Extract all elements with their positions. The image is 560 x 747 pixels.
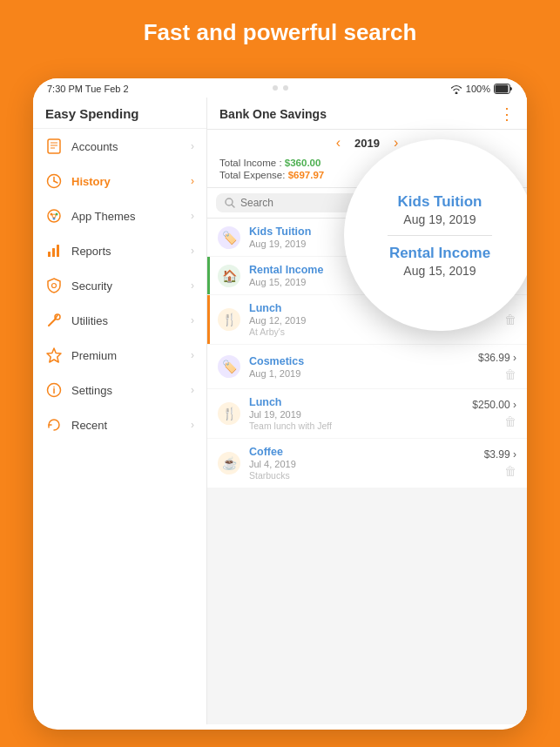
sidebar-item-utilities-label: Utilities bbox=[71, 314, 191, 327]
transaction-item-cosmetics[interactable]: 🏷️ Cosmetics Aug 1, 2019 $36.99 › 🗑 bbox=[207, 345, 527, 388]
popup-divider bbox=[388, 235, 492, 236]
svg-marker-21 bbox=[47, 348, 61, 362]
txn-date: Jul 19, 2019 bbox=[249, 409, 463, 420]
sidebar-item-reports[interactable]: Reports › bbox=[33, 233, 206, 268]
sidebar-item-security-label: Security bbox=[71, 279, 191, 293]
txn-icon-lunch-1: 🍴 bbox=[218, 308, 240, 331]
txn-right: $36.99 › 🗑 bbox=[478, 352, 516, 381]
txn-name: Lunch bbox=[249, 396, 463, 408]
main-header: Bank One Savings ⋮ bbox=[207, 98, 527, 130]
search-icon bbox=[225, 198, 235, 208]
battery-icon bbox=[494, 84, 513, 94]
search-results-popup: Kids Tuition Aug 19, 2019 Rental Income … bbox=[344, 139, 527, 331]
txn-icon-cosmetics: 🏷️ bbox=[218, 355, 240, 378]
svg-rect-15 bbox=[52, 248, 55, 257]
expense-value: $697.97 bbox=[288, 170, 325, 180]
sidebar-item-settings-label: Settings bbox=[71, 384, 191, 397]
svg-rect-14 bbox=[48, 252, 51, 257]
wrench-icon bbox=[45, 312, 63, 329]
svg-point-9 bbox=[48, 210, 60, 222]
year-label: 2019 bbox=[354, 137, 380, 150]
sidebar-item-reports-label: Reports bbox=[71, 245, 191, 258]
bar-chart-icon bbox=[45, 242, 63, 259]
transaction-item-coffee[interactable]: ☕ Coffee Jul 4, 2019 Starbucks $3.99 › 🗑 bbox=[207, 439, 527, 488]
txn-icon-lunch-2: 🍴 bbox=[218, 402, 240, 425]
txn-right: 🗑 bbox=[504, 313, 516, 326]
popup-item-1-name: Kids Tuition bbox=[398, 193, 482, 211]
txn-bar-orange bbox=[207, 295, 210, 344]
sidebar-item-security[interactable]: Security › bbox=[33, 268, 206, 303]
txn-icon-rental: 🏠 bbox=[218, 265, 240, 287]
svg-rect-1 bbox=[496, 85, 509, 93]
svg-text:i: i bbox=[52, 385, 55, 395]
receipt-icon bbox=[45, 138, 63, 155]
shield-icon bbox=[45, 277, 63, 294]
sidebar-item-settings[interactable]: i Settings › bbox=[33, 373, 206, 407]
sidebar-item-history[interactable]: History › bbox=[33, 164, 206, 199]
income-value: $360.00 bbox=[285, 158, 321, 168]
popup-item-2-date: Aug 15, 2019 bbox=[389, 264, 490, 278]
txn-right: $250.00 › 🗑 bbox=[472, 399, 516, 428]
txn-bar-green bbox=[207, 257, 210, 294]
txn-bar bbox=[207, 439, 210, 488]
battery-text: 100% bbox=[466, 84, 490, 94]
sidebar-item-premium-label: Premium bbox=[71, 349, 191, 362]
tablet-frame: 7:30 PM Tue Feb 2 100% Easy Spending bbox=[33, 78, 527, 730]
transaction-item-lunch-2[interactable]: 🍴 Lunch Jul 19, 2019 Team lunch with Jef… bbox=[207, 389, 527, 438]
tablet-camera bbox=[273, 85, 288, 91]
txn-date: Jul 4, 2019 bbox=[249, 459, 476, 469]
txn-bar bbox=[207, 345, 210, 388]
wifi-battery: 100% bbox=[450, 84, 513, 94]
wifi-icon bbox=[450, 84, 462, 94]
svg-rect-16 bbox=[57, 245, 59, 257]
status-time: 7:30 PM Tue Feb 2 bbox=[47, 84, 129, 94]
sidebar-item-accounts[interactable]: Accounts › bbox=[33, 129, 206, 164]
txn-info-coffee: Coffee Jul 4, 2019 Starbucks bbox=[249, 446, 476, 481]
txn-info-lunch-2: Lunch Jul 19, 2019 Team lunch with Jeff bbox=[249, 396, 463, 431]
sidebar-item-premium[interactable]: Premium › bbox=[33, 338, 206, 373]
svg-line-8 bbox=[54, 181, 57, 183]
page-header: Fast and powerful search bbox=[0, 0, 560, 60]
sidebar-item-utilities[interactable]: Utilities › bbox=[33, 303, 206, 338]
sidebar: Easy Spending Accounts › History › bbox=[33, 98, 207, 724]
txn-name: Cosmetics bbox=[249, 355, 469, 367]
svg-line-25 bbox=[232, 205, 234, 207]
popup-item-2-name: Rental Income bbox=[389, 245, 490, 262]
txn-amount: $36.99 › bbox=[478, 352, 516, 364]
sidebar-item-recent-label: Recent bbox=[71, 419, 191, 432]
more-button[interactable]: ⋮ bbox=[499, 104, 515, 124]
prev-year-button[interactable]: ‹ bbox=[336, 135, 341, 151]
svg-line-18 bbox=[49, 320, 55, 326]
txn-right: $3.99 › 🗑 bbox=[484, 448, 516, 478]
txn-name: Coffee bbox=[249, 446, 476, 458]
delete-icon[interactable]: 🗑 bbox=[504, 313, 516, 326]
popup-item-1-date: Aug 19, 2019 bbox=[398, 212, 482, 226]
svg-rect-2 bbox=[48, 139, 60, 153]
delete-icon[interactable]: 🗑 bbox=[504, 367, 516, 381]
sidebar-item-recent[interactable]: Recent › bbox=[33, 407, 206, 442]
popup-item-1: Kids Tuition Aug 19, 2019 bbox=[398, 193, 482, 226]
palette-icon bbox=[45, 207, 63, 225]
txn-amount: $250.00 › bbox=[472, 399, 516, 411]
delete-icon[interactable]: 🗑 bbox=[504, 464, 516, 478]
sidebar-title: Easy Spending bbox=[33, 98, 206, 129]
sidebar-item-themes-label: App Themes bbox=[71, 210, 191, 223]
txn-info-cosmetics: Cosmetics Aug 1, 2019 bbox=[249, 355, 469, 379]
txn-note: Starbucks bbox=[249, 470, 476, 481]
star-icon bbox=[45, 347, 63, 364]
sidebar-item-accounts-label: Accounts bbox=[71, 140, 191, 153]
popup-item-2: Rental Income Aug 15, 2019 bbox=[389, 245, 490, 278]
main-panel: Bank One Savings ⋮ ‹ 2019 › Total Income… bbox=[207, 98, 527, 724]
svg-point-13 bbox=[52, 214, 56, 218]
txn-bar bbox=[207, 219, 210, 256]
txn-icon-kids-tuition: 🏷️ bbox=[218, 226, 240, 249]
txn-bar bbox=[207, 389, 210, 438]
info-icon: i bbox=[45, 381, 63, 399]
sidebar-item-history-label: History bbox=[71, 175, 191, 188]
refresh-icon bbox=[45, 416, 63, 434]
txn-date: Aug 1, 2019 bbox=[249, 368, 469, 379]
delete-icon[interactable]: 🗑 bbox=[504, 414, 516, 428]
txn-note: Team lunch with Jeff bbox=[249, 421, 463, 431]
txn-icon-coffee: ☕ bbox=[218, 452, 240, 474]
sidebar-item-app-themes[interactable]: App Themes › bbox=[33, 199, 206, 233]
